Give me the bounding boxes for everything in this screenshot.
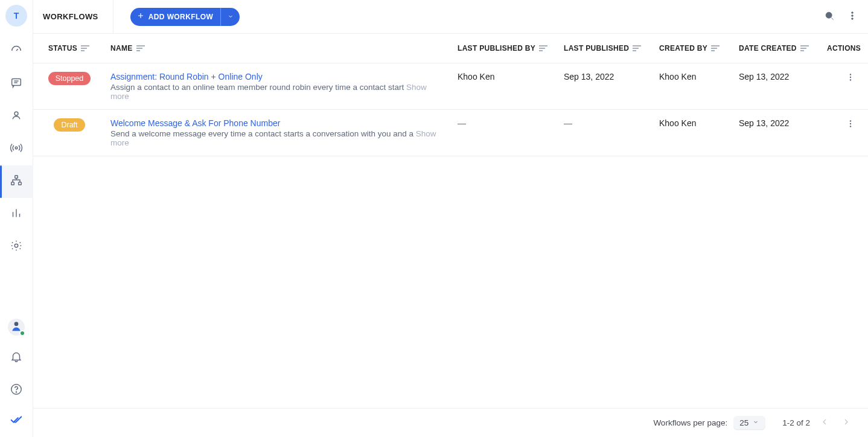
chevron-down-icon xyxy=(227,11,234,22)
chevron-right-icon xyxy=(841,417,851,429)
per-page-control: Workflows per page: 25 xyxy=(653,416,765,430)
column-header-cb-label: CREATED BY xyxy=(659,44,707,53)
column-header-actions-label: ACTIONS xyxy=(827,44,861,53)
sidebar-item-workflows[interactable] xyxy=(0,165,33,198)
svg-point-16 xyxy=(850,79,851,80)
column-header-lp-label: LAST PUBLISHED xyxy=(564,44,629,53)
created-by-value: Khoo Ken xyxy=(659,118,697,128)
svg-rect-0 xyxy=(12,79,21,86)
per-page-value: 25 xyxy=(739,418,748,427)
svg-rect-5 xyxy=(19,182,22,185)
svg-point-14 xyxy=(850,74,851,75)
user-avatar[interactable] xyxy=(8,319,25,336)
status-badge: Draft xyxy=(54,118,85,132)
workflows-table: STATUS NAME LAST PUBLISHED BY LAST PUBLI… xyxy=(33,34,868,156)
svg-point-1 xyxy=(14,112,18,115)
date-created-value: Sep 13, 2022 xyxy=(739,118,789,128)
sidebar-item-contacts[interactable] xyxy=(0,100,33,133)
more-vertical-icon xyxy=(846,13,858,24)
row-more-button[interactable] xyxy=(845,121,856,131)
svg-point-15 xyxy=(850,77,851,78)
created-by-value: Khoo Ken xyxy=(659,72,697,81)
double-check-icon xyxy=(9,412,24,427)
user-icon xyxy=(10,109,23,124)
table-row: Draft Welcome Message & Ask For Phone Nu… xyxy=(33,110,868,156)
pagination-prev[interactable] xyxy=(817,415,832,431)
more-vertical-icon xyxy=(845,75,856,85)
column-header-created-by[interactable]: CREATED BY xyxy=(659,43,721,53)
workflow-description: Send a welcome message every time a cont… xyxy=(110,129,443,147)
svg-point-9 xyxy=(16,392,16,392)
workspace-avatar[interactable]: T xyxy=(5,5,27,27)
sidebar-item-inbox[interactable] xyxy=(0,68,33,100)
status-dot-online xyxy=(19,330,25,336)
svg-point-18 xyxy=(850,123,851,124)
sidebar-item-settings[interactable] xyxy=(0,231,33,263)
workspace-initial: T xyxy=(14,11,19,21)
bell-icon xyxy=(10,350,23,366)
pagination: 1-2 of 2 xyxy=(782,415,854,431)
search-button[interactable] xyxy=(823,10,835,24)
sidebar-item-notifications[interactable] xyxy=(0,342,33,374)
add-workflow-button[interactable]: ADD WORKFLOW xyxy=(130,8,240,26)
date-created-value: Sep 13, 2022 xyxy=(739,72,789,81)
row-more-button[interactable] xyxy=(845,75,856,85)
bar-chart-icon xyxy=(10,206,23,222)
sort-icon xyxy=(633,43,642,53)
pagination-next[interactable] xyxy=(839,415,854,431)
svg-point-13 xyxy=(852,18,854,19)
svg-point-10 xyxy=(826,12,832,18)
column-header-name-label: NAME xyxy=(110,44,133,53)
workflow-name-link[interactable]: Assignment: Round Robin + Online Only xyxy=(110,72,443,81)
per-page-label: Workflows per page: xyxy=(653,418,727,427)
sidebar-item-reports[interactable] xyxy=(0,198,33,231)
workflow-name-link[interactable]: Welcome Message & Ask For Phone Number xyxy=(110,118,443,128)
svg-point-7 xyxy=(14,322,19,326)
table-row: Stopped Assignment: Round Robin + Online… xyxy=(33,63,868,110)
last-published-value: Sep 13, 2022 xyxy=(564,72,614,81)
svg-point-11 xyxy=(852,11,854,13)
chat-icon xyxy=(10,76,23,92)
svg-rect-3 xyxy=(15,176,18,179)
sidebar-item-broadcast[interactable] xyxy=(0,133,33,165)
search-icon xyxy=(823,13,835,24)
add-workflow-button-main[interactable]: ADD WORKFLOW xyxy=(130,11,220,22)
sidebar-nav xyxy=(0,35,33,313)
per-page-select[interactable]: 25 xyxy=(733,416,765,430)
chevron-down-icon xyxy=(752,418,759,427)
page-title: WORKFLOWS xyxy=(43,0,113,34)
gauge-icon xyxy=(10,43,23,59)
sort-icon xyxy=(800,43,810,53)
add-workflow-dropdown[interactable] xyxy=(220,8,240,26)
column-header-last-published[interactable]: LAST PUBLISHED xyxy=(564,43,642,53)
column-header-status-label: STATUS xyxy=(48,44,77,53)
svg-point-12 xyxy=(852,14,854,16)
workflow-icon xyxy=(10,174,23,190)
workflow-description: Assign a contact to an online team membe… xyxy=(110,83,443,101)
sidebar-bottom xyxy=(0,313,33,437)
svg-rect-4 xyxy=(11,182,14,185)
table-wrap: STATUS NAME LAST PUBLISHED BY LAST PUBLI… xyxy=(33,34,868,408)
svg-point-17 xyxy=(850,120,851,121)
sidebar-item-dashboard[interactable] xyxy=(0,35,33,68)
svg-point-19 xyxy=(850,126,851,127)
svg-point-2 xyxy=(15,147,18,149)
sidebar-item-double-check[interactable] xyxy=(0,407,33,432)
svg-point-6 xyxy=(14,244,18,247)
help-icon xyxy=(10,383,23,398)
column-header-dc-label: DATE CREATED xyxy=(739,44,797,53)
plus-icon xyxy=(136,11,145,22)
broadcast-icon xyxy=(10,141,23,157)
column-header-last-published-by[interactable]: LAST PUBLISHED BY xyxy=(458,43,549,53)
page-more-button[interactable] xyxy=(846,10,858,24)
gear-icon xyxy=(10,239,23,255)
sidebar: T xyxy=(0,0,33,437)
sort-icon xyxy=(711,43,721,53)
sidebar-item-help[interactable] xyxy=(0,374,33,407)
sort-icon xyxy=(539,43,549,53)
last-published-by-value: Khoo Ken xyxy=(458,72,495,81)
sort-icon xyxy=(81,43,91,53)
column-header-status[interactable]: STATUS xyxy=(48,43,91,53)
column-header-date-created[interactable]: DATE CREATED xyxy=(739,43,810,53)
column-header-name[interactable]: NAME xyxy=(110,43,146,53)
